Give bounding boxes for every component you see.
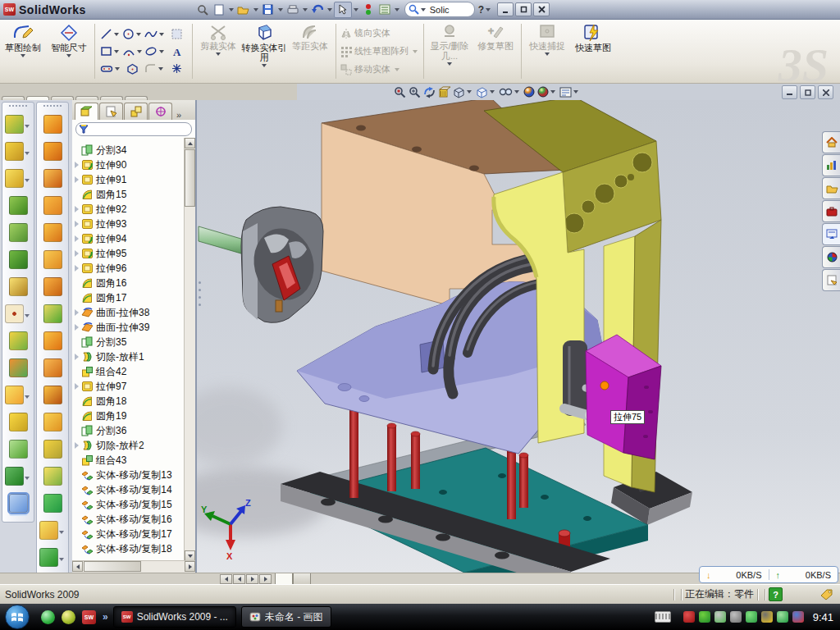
h-scroll-thumb[interactable] — [84, 561, 141, 572]
model-tab-1[interactable] — [293, 573, 311, 585]
search-input[interactable]: Solic — [430, 5, 450, 15]
expand-arrow-icon[interactable] — [72, 221, 80, 227]
quick-launch-sphere-icon[interactable] — [62, 610, 75, 624]
repair-sketch-button[interactable]: + 修复草图 — [472, 20, 518, 83]
expand-arrow-icon[interactable] — [72, 206, 80, 212]
surfaces-tool-15[interactable] — [39, 521, 66, 543]
heads-up-tool-2[interactable] — [423, 86, 436, 98]
heads-up-tool-9[interactable] — [559, 87, 580, 98]
dimxpert-manager-tab[interactable] — [148, 103, 172, 120]
sketch-button[interactable]: 草图绘制 — [0, 20, 46, 83]
features-tool-14[interactable] — [9, 494, 28, 516]
move-entities-button[interactable]: 移动实体 — [340, 62, 419, 78]
feature-tree-item-6[interactable]: 拉伸94 — [72, 231, 185, 246]
heads-up-tool-5[interactable] — [476, 86, 496, 98]
property-manager-tab[interactable] — [99, 103, 123, 120]
feature-tree-item-27[interactable]: 实体-移动/复制18 — [72, 541, 185, 556]
surfaces-tool-5[interactable] — [43, 250, 62, 272]
feature-tree-item-5[interactable]: 拉伸93 — [72, 217, 185, 231]
surfaces-tool-13[interactable] — [43, 467, 62, 489]
expand-arrow-icon[interactable] — [72, 383, 80, 390]
scroll-thumb[interactable] — [185, 149, 195, 207]
feature-tree-item-18[interactable]: 圆角19 — [72, 409, 185, 423]
network-speed-overlay[interactable]: ↓ 0KB/S ↑ 0KB/S — [699, 566, 838, 583]
toolbar-grip[interactable] — [9, 105, 27, 110]
feature-tree-item-16[interactable]: 拉伸97 — [72, 379, 185, 394]
toolbar-grip[interactable] — [43, 105, 62, 110]
polygon-tool[interactable] — [121, 60, 144, 77]
tree-vertical-scrollbar[interactable] — [184, 138, 195, 561]
undo-icon[interactable] — [309, 2, 326, 17]
line-tool[interactable] — [99, 25, 121, 43]
surfaces-tool-9[interactable] — [43, 358, 62, 381]
menu-1[interactable] — [111, 7, 124, 12]
expand-arrow-icon[interactable] — [72, 442, 80, 449]
feature-tree-item-21[interactable]: 组合43 — [72, 453, 185, 468]
feature-tree-item-0[interactable]: 分割34 — [72, 143, 185, 158]
design-library-tab[interactable] — [822, 177, 840, 199]
features-tool-10[interactable] — [5, 386, 31, 408]
prev-tab-button[interactable] — [233, 574, 245, 584]
menu-3[interactable] — [137, 7, 150, 12]
features-tool-1[interactable] — [5, 142, 31, 164]
first-tab-button[interactable] — [220, 574, 232, 584]
tray-icon-6[interactable] — [777, 611, 788, 623]
start-button[interactable] — [5, 605, 30, 629]
features-tool-11[interactable] — [9, 413, 28, 435]
menu-4[interactable] — [150, 7, 163, 12]
surfaces-tool-11[interactable] — [43, 413, 62, 435]
graphics-viewport[interactable]: X Y Z 拉伸75 — [197, 100, 840, 573]
new-document-icon[interactable] — [211, 2, 227, 17]
circle-tool[interactable] — [121, 25, 144, 43]
pin-icon[interactable] — [194, 2, 211, 17]
features-tool-7[interactable] — [5, 304, 31, 326]
point-tool[interactable] — [166, 60, 188, 77]
doc-restore-button[interactable] — [800, 85, 815, 99]
surfaces-tool-7[interactable] — [43, 304, 62, 326]
menu-2[interactable] — [124, 7, 137, 12]
file-explorer-tab[interactable] — [822, 223, 840, 245]
features-tool-12[interactable] — [9, 440, 28, 462]
sketch-fillet-tool[interactable] — [144, 60, 166, 77]
heads-up-tool-0[interactable] — [394, 86, 406, 98]
scroll-right-button[interactable] — [185, 561, 195, 572]
surfaces-tool-2[interactable] — [43, 169, 62, 191]
features-tool-3[interactable] — [9, 196, 28, 218]
traffic-light-icon[interactable] — [360, 2, 377, 17]
feature-tree-item-19[interactable]: 分割36 — [72, 423, 185, 438]
menu-0[interactable] — [98, 7, 111, 12]
panel-splitter[interactable] — [197, 275, 202, 313]
features-tool-4[interactable] — [9, 223, 28, 245]
resources-tab[interactable] — [822, 154, 840, 176]
features-tool-5[interactable] — [9, 250, 28, 272]
trim-entities-button[interactable]: 剪裁实体 — [195, 20, 241, 83]
search-box[interactable]: Solic — [404, 2, 475, 17]
select-region-tool[interactable] — [166, 25, 188, 43]
arc-tool[interactable] — [121, 43, 144, 60]
feature-tree-item-7[interactable]: 拉伸95 — [72, 246, 185, 261]
options-checklist-icon[interactable] — [377, 2, 393, 17]
quick-launch-solidworks-icon[interactable]: SW — [82, 610, 96, 624]
slot-tool[interactable] — [99, 60, 121, 77]
next-tab-button[interactable] — [246, 574, 258, 584]
surfaces-tool-12[interactable] — [43, 440, 62, 462]
features-tool-6[interactable] — [9, 277, 28, 299]
print-icon[interactable] — [285, 2, 301, 17]
heads-up-tool-8[interactable] — [537, 86, 557, 98]
taskbar-window-1[interactable]: 未命名 - 画图 — [241, 606, 331, 628]
expand-arrow-icon[interactable] — [72, 309, 80, 316]
expand-arrow-icon[interactable] — [72, 265, 80, 272]
text-tool[interactable]: A — [166, 43, 188, 60]
custom-properties-tab[interactable] — [822, 269, 840, 291]
quick-launch-overflow[interactable]: » — [103, 611, 108, 623]
smart-dimension-button[interactable]: 智能尺寸 — [46, 20, 92, 83]
offset-entities-button[interactable]: 等距实体 — [287, 20, 333, 83]
display-delete-relations-button[interactable]: 显示/删除几... — [427, 20, 472, 83]
surfaces-tool-16[interactable] — [39, 548, 66, 570]
features-tool-0[interactable] — [5, 115, 31, 137]
tray-icon-4[interactable] — [746, 611, 757, 623]
feature-tree-item-20[interactable]: 切除-放样2 — [72, 438, 185, 453]
menu-6[interactable] — [176, 7, 189, 12]
tray-icon-1[interactable] — [699, 611, 710, 623]
help-button[interactable]: ? — [478, 4, 484, 16]
